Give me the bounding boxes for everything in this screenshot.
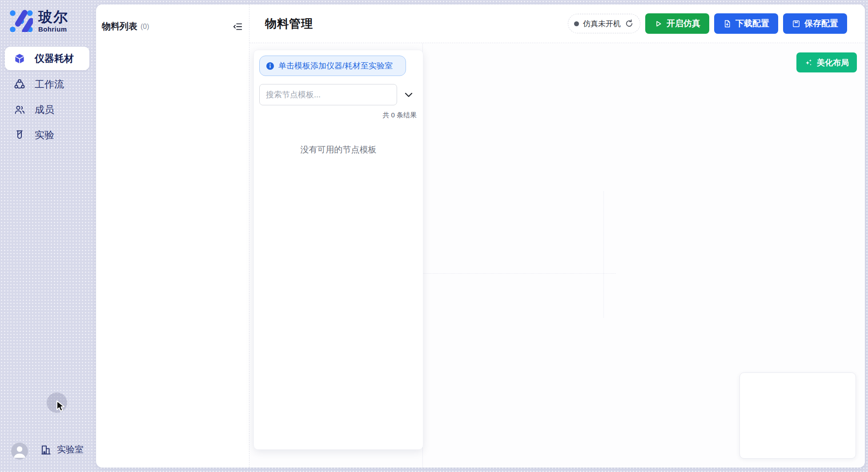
main-header: 物料管理 仿真未开机 xyxy=(249,4,865,43)
result-count: 共 0 条结果 xyxy=(259,111,418,120)
simulation-status-pill: 仿真未开机 xyxy=(568,14,640,33)
status-label: 仿真未开机 xyxy=(583,19,621,29)
empty-template-message: 没有可用的节点模板 xyxy=(259,144,418,156)
download-config-button[interactable]: 下载配置 xyxy=(714,13,778,34)
brand: 玻尔 Bohrium xyxy=(7,6,68,33)
page-title: 物料管理 xyxy=(265,16,313,32)
bohrium-logo-icon xyxy=(7,6,33,32)
material-list-panel: 物料列表 (0) xyxy=(96,4,249,468)
brand-subtitle: Bohrium xyxy=(38,25,68,33)
refresh-icon[interactable] xyxy=(625,19,634,28)
sidebar-item-label: 工作流 xyxy=(35,78,64,91)
sidebar-item-laboratory[interactable]: 实验室 xyxy=(40,444,84,456)
lab-label: 实验室 xyxy=(57,444,84,456)
sidebar-item-label: 仪器耗材 xyxy=(35,52,74,65)
start-simulation-button[interactable]: 开启仿真 xyxy=(645,13,709,34)
file-download-icon xyxy=(723,20,731,28)
canvas-guide-horizontal xyxy=(418,273,616,274)
sidebar-item-workflow[interactable]: 工作流 xyxy=(0,74,94,95)
brand-name: 玻尔 xyxy=(38,9,68,25)
node-template-panel: 单击模板添加仪器/耗材至实验室 共 0 条结果 没有可用的节点模板 xyxy=(253,50,423,450)
mouse-cursor xyxy=(55,400,66,416)
building-icon xyxy=(40,444,52,456)
material-list-count: (0) xyxy=(141,23,149,31)
template-search-input[interactable] xyxy=(259,84,397,105)
sparkles-icon xyxy=(804,58,813,67)
sidebar-item-instruments[interactable]: 仪器耗材 xyxy=(5,47,89,70)
workflow-icon xyxy=(14,79,25,90)
play-icon xyxy=(654,20,663,28)
sidebar-item-label: 实验 xyxy=(35,128,54,142)
info-icon xyxy=(266,62,274,70)
sidebar-item-members[interactable]: 成员 xyxy=(0,99,94,120)
material-list-title: 物料列表 xyxy=(102,20,137,32)
template-tip-banner: 单击模板添加仪器/耗材至实验室 xyxy=(259,56,406,76)
main-area: 物料管理 仿真未开机 xyxy=(249,4,865,468)
experiment-icon xyxy=(14,129,25,141)
sidebar-item-experiments[interactable]: 实验 xyxy=(0,124,94,146)
content-card: 物料列表 (0) 物料管理 仿真未开机 xyxy=(96,4,865,468)
user-avatar[interactable] xyxy=(11,443,28,460)
status-dot xyxy=(574,21,579,26)
flow-canvas[interactable]: 美化布局 单击模板添加仪器/耗材至实验室 xyxy=(249,43,865,468)
save-config-button[interactable]: 保存配置 xyxy=(783,13,847,34)
template-tip-text: 单击模板添加仪器/耗材至实验室 xyxy=(278,60,393,71)
chevron-down-icon[interactable] xyxy=(403,89,415,101)
members-icon xyxy=(14,104,25,116)
collapse-panel-icon[interactable] xyxy=(233,22,243,32)
canvas-minimap[interactable] xyxy=(739,372,856,459)
beautify-layout-button[interactable]: 美化布局 xyxy=(796,52,857,72)
canvas-guide-vertical xyxy=(603,191,604,318)
cube-icon xyxy=(14,53,25,64)
sidebar-item-label: 成员 xyxy=(35,103,54,116)
save-bookmark-icon xyxy=(792,20,800,28)
bohrium-app: 玻尔 Bohrium 仪器耗材 工作流 xyxy=(0,0,868,472)
